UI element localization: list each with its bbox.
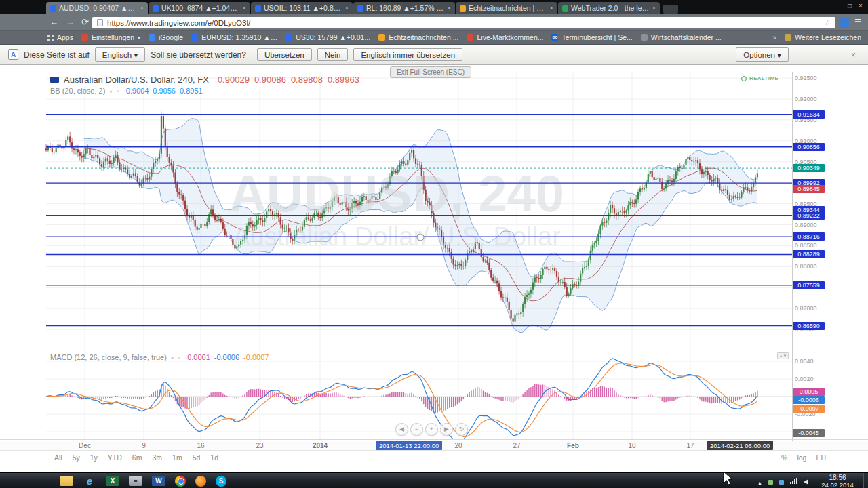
svg-text:AUDUSD, 240: AUDUSD, 240 [229,165,564,222]
bb-lower-value: 0.8951 [180,87,203,95]
calculator-icon[interactable]: = [129,476,142,486]
bb-basis-value: 0.9004 [126,87,149,95]
range-button[interactable]: 1m [172,453,182,462]
clock-time: 18:56 [812,474,863,481]
price-tick-label: 0.92500 [795,75,817,81]
close-icon[interactable]: × [117,89,119,94]
bb-indicator-header[interactable]: BB (20, close, 2) ● × 0.9004 0.9056 0.89… [50,87,203,95]
chart-nav-button[interactable]: ↻ [455,423,468,436]
screen: AUDUSD: 0.90407 ▲+0.77%×UK100: 6874 ▲+1.… [0,0,868,488]
taskbar-apps: eX=WS [60,473,226,488]
ohlc-close-value: 0.89963 [328,75,359,85]
range-button[interactable]: All [54,453,62,462]
time-axis-label: 9 [123,442,164,449]
macd-tick-label: 0.0040 [795,358,814,365]
range-button[interactable]: YTD [108,453,122,462]
price-tick-label: 0.89000 [795,222,817,228]
clock-date: 24.02.2014 [812,481,863,488]
scale-mode-button[interactable]: EH [816,453,826,462]
time-axis-label: 2014 [300,442,340,449]
eye-icon[interactable]: ● [109,89,112,94]
close-icon[interactable]: × [178,355,180,360]
chart-nav-button[interactable]: ▶ [440,423,453,436]
time-axis-label: 16 [180,442,221,449]
pane-collapse-control[interactable]: ▲▼ [777,352,789,359]
volume-icon[interactable] [804,475,808,487]
internet-explorer-icon[interactable]: e [83,476,96,486]
time-marker-label: 2014-01-13 22:00:00 [376,441,442,450]
taskbar: eX=WS ▲ 18:56 24.02.2014 [0,472,868,488]
range-button[interactable]: 6m [132,453,142,462]
network-icon[interactable] [790,478,797,484]
range-button[interactable]: 5y [73,453,80,462]
time-axis-label: 23 [239,442,280,449]
ohlc-low-value: 0.89808 [291,75,323,85]
bb-label: BB (20, close, 2) [50,87,105,95]
macd-marker-label: -0.0045 [793,429,825,437]
price-tick-label: 0.88000 [795,263,817,270]
price-level-label: 0.91634 [793,110,825,119]
chart-nav-button[interactable]: + [425,423,438,436]
price-tick-label: 0.87000 [795,305,817,312]
scale-mode-toolbar: %logEH [781,451,826,464]
range-button[interactable]: 3m [152,453,162,462]
realtime-label: REALTIME [749,75,778,81]
ohlc-high-value: 0.90086 [254,75,286,85]
chart-header: Australian Dollar/U.S. Dollar, 240, FX 0… [50,75,359,85]
tray-app-icon[interactable] [779,475,784,487]
range-button[interactable]: 5d [193,453,201,462]
time-axis-label: 27 [496,442,537,449]
price-level-label: 0.88716 [793,232,825,241]
realtime-badge: REALTIME [741,75,778,81]
system-tray: ▲ [757,473,808,488]
macd-marker-label: -0.0007 [793,405,825,413]
time-axis-label: 20 [438,442,479,449]
price-marker-label: 0.89845 [793,185,825,193]
excel-icon[interactable]: X [106,476,119,486]
chart-nav-button[interactable]: ◀ [395,423,408,436]
symbol-title[interactable]: Australian Dollar/U.S. Dollar, 240, FX [64,75,209,85]
price-marker-label: 0.90349 [793,164,825,172]
macd-label: MACD (12, 26, close, 9, false, true) [50,353,167,361]
word-icon[interactable]: W [152,476,165,486]
range-button[interactable]: 1y [90,453,98,462]
skype-icon[interactable]: S [216,476,226,487]
macd-marker-label: -0.0006 [793,396,825,404]
realtime-icon [741,76,747,81]
price-level-label: 0.86590 [793,322,825,330]
price-level-label: 0.90856 [793,143,825,151]
show-desktop-button[interactable] [863,473,868,488]
macd-marker-label: 0.0005 [793,388,825,396]
time-marker-label: 2014-02-21 06:00:00 [707,441,773,450]
taskbar-clock[interactable]: 18:56 24.02.2014 [812,474,863,488]
bb-upper-value: 0.9056 [153,87,176,95]
chart-nav-button[interactable]: − [410,423,423,436]
chrome-icon[interactable] [175,476,186,487]
scale-mode-button[interactable]: log [797,453,806,462]
time-axis-label: Dec [64,442,105,449]
time-axis-label: 17 [670,442,711,449]
range-toolbar: All5y1yYTD6m3m1m5d1d [0,451,678,464]
price-level-label: 0.88289 [793,250,825,258]
macd-indicator-header[interactable]: MACD (12, 26, close, 9, false, true) ● ×… [50,353,269,361]
macd-histogram-value: 0.0001 [187,353,210,361]
time-axis-label: 10 [612,442,652,449]
time-axis-label: Feb [553,442,593,449]
range-button[interactable]: 1d [210,453,218,462]
tray-expand-icon[interactable]: ▲ [757,475,762,487]
mouse-cursor [720,470,738,488]
price-tick-label: 0.92000 [795,96,817,102]
eye-icon[interactable]: ● [171,355,174,360]
ohlc-open-value: 0.90029 [218,75,250,85]
macd-line-value: -0.0006 [214,353,239,361]
macd-tick-label: 0.0020 [795,375,814,382]
symbol-flag-icon [50,77,59,83]
folder-icon[interactable] [60,476,73,486]
firefox-icon[interactable] [195,476,206,487]
tray-app-icon[interactable] [768,475,773,487]
price-tick-label: 0.88500 [795,242,817,249]
fullscreen-tooltip: Exit Full Screen (ESC) [390,66,471,78]
macd-signal-value: -0.0007 [243,353,269,361]
scale-mode-button[interactable]: % [781,453,787,462]
price-marker-label: 0.89344 [793,206,825,214]
